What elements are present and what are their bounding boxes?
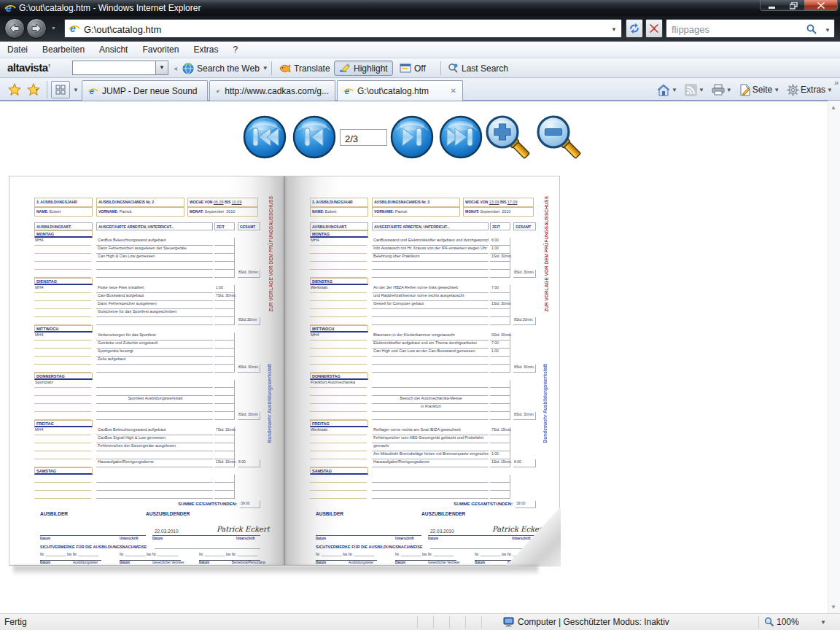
- unterschrift-sublabel: Unterschrift: [395, 537, 414, 540]
- cell-abt: [310, 365, 367, 373]
- extras-button[interactable]: Extras: [801, 85, 825, 95]
- tab-3[interactable]: eG:\out\catalog.htm✕: [337, 80, 463, 101]
- page-number-input[interactable]: [340, 129, 387, 146]
- quick-tabs-button[interactable]: [51, 81, 70, 98]
- search-the-web-button[interactable]: Search the Web▼: [182, 61, 268, 76]
- home-dropdown[interactable]: ▼: [672, 87, 677, 93]
- cell-gesamt: 8Std. 30min: [238, 412, 260, 420]
- cell-zeit: [490, 443, 510, 451]
- cell-arbeit: Sportgeräte besorgt: [96, 349, 213, 357]
- search-box[interactable]: flippages ▼: [666, 19, 835, 38]
- previous-page-button[interactable]: [292, 115, 336, 159]
- print-icon[interactable]: [712, 84, 725, 96]
- highlight-button[interactable]: Highlight: [334, 61, 393, 76]
- extras-dropdown[interactable]: ▼: [827, 87, 833, 93]
- next-page-button[interactable]: [390, 115, 434, 159]
- cell-arbeit: [372, 483, 489, 491]
- signature: Patrick Eckert: [217, 525, 270, 533]
- home-icon[interactable]: [657, 84, 670, 96]
- favorites-star-icon: [8, 83, 21, 96]
- last-search-button[interactable]: Last Search: [448, 61, 508, 76]
- signature: Patrick Eckert: [492, 525, 545, 533]
- cell-zeit: 1Std. 15min.: [214, 459, 235, 467]
- page-icon[interactable]: [739, 84, 751, 96]
- cell-abt: [34, 475, 91, 483]
- role-sublabel: Ausbildungsleiter: [73, 561, 98, 564]
- cell-abt: [310, 443, 367, 451]
- cell-arbeit: Vorbereitungen für das Sportfest:: [96, 332, 213, 341]
- nr-range: Nr. __________ bis Nr. __________: [316, 552, 374, 556]
- first-page-button[interactable]: [243, 115, 287, 159]
- day-label: DIENSTAG: [34, 278, 93, 285]
- rss-dropdown[interactable]: ▼: [699, 87, 704, 93]
- cell-arbeit: CanBus Signal High & Low gemessen: [96, 435, 213, 443]
- forward-button[interactable]: [26, 18, 47, 39]
- menu-item-ansicht[interactable]: Ansicht: [92, 42, 135, 55]
- scroll-up-arrow[interactable]: ▲: [831, 104, 838, 111]
- zoom-dropdown[interactable]: ▼: [820, 619, 826, 626]
- minimize-button[interactable]: [761, 0, 783, 11]
- close-button[interactable]: [804, 0, 837, 11]
- toolbar-overflow-chevron[interactable]: »: [834, 78, 839, 87]
- stop-button[interactable]: [645, 19, 663, 38]
- vertical-scrollbar[interactable]: ▲ ▼: [828, 101, 840, 613]
- rss-icon[interactable]: [685, 84, 697, 96]
- scroll-down-arrow[interactable]: ▼: [831, 604, 838, 610]
- zoom-out-button[interactable]: [535, 114, 586, 161]
- recent-pages-dropdown[interactable]: ▼: [51, 26, 56, 31]
- zoom-level[interactable]: 100%: [777, 617, 799, 627]
- tab-list-dropdown[interactable]: ▼: [71, 81, 81, 98]
- cell-abt: [34, 388, 91, 396]
- print-dropdown[interactable]: ▼: [726, 87, 732, 93]
- cell-arbeit: Reiflager vorne rechts am Seat IBIZA gew…: [372, 427, 489, 435]
- url-field[interactable]: e G:\out\catalog.htm ▼: [64, 19, 622, 38]
- menu-item-[interactable]: ?: [225, 42, 245, 55]
- cell-zeit: 1:00: [490, 451, 510, 459]
- cell-arbeit: Can High & Can Low gemessen: [96, 254, 213, 262]
- cell-arbeit: Fehlerspeicher vom ABS-Steuergerät gelös…: [372, 435, 489, 443]
- day-label: MONTAG: [310, 230, 368, 238]
- cell-abt: [34, 404, 91, 412]
- altavista-search-input[interactable]: ▼: [72, 61, 168, 75]
- seite-dropdown[interactable]: ▼: [774, 87, 779, 93]
- seite-button[interactable]: Seite: [752, 85, 772, 95]
- cell-abt: [34, 293, 91, 301]
- back-button[interactable]: [4, 18, 25, 39]
- favorites-button[interactable]: [6, 81, 23, 98]
- field-monat: MONAT: September 2010: [187, 207, 258, 217]
- altavista-search-dropdown[interactable]: ▼: [155, 61, 168, 74]
- cell-arbeit: Zelte aufgebaut: [96, 357, 213, 365]
- cell-zeit: [490, 396, 510, 404]
- tab-1[interactable]: eJUMP - Der neue Sound: [82, 80, 208, 101]
- cell-arbeit: [96, 262, 213, 270]
- search-icon[interactable]: [806, 24, 817, 34]
- zoom-in-button[interactable]: [484, 114, 535, 161]
- menu-item-favoriten[interactable]: Favoriten: [135, 42, 186, 55]
- menu-item-datei[interactable]: Datei: [0, 42, 35, 55]
- refresh-button[interactable]: [626, 19, 643, 38]
- cell-abt: [34, 396, 91, 404]
- cell-zeit: [214, 451, 235, 459]
- tab-close-icon[interactable]: ✕: [445, 87, 456, 95]
- cell-arbeit: in Frankfurt: [372, 404, 489, 412]
- cell-abt: [310, 357, 367, 365]
- flipbook[interactable]: 3. AUSBILDUNGSJAHRAUSBILDUNGSNACHWEIS Nr…: [9, 176, 560, 567]
- search-dropdown[interactable]: ▼: [825, 27, 831, 34]
- gear-icon[interactable]: [787, 84, 799, 96]
- menu-item-extras[interactable]: Extras: [186, 42, 225, 55]
- toolbar-grip: ◂: [174, 64, 177, 72]
- highlight-off-button[interactable]: Off: [400, 61, 426, 76]
- datum-sublabel: Datum: [40, 537, 50, 540]
- restore-button[interactable]: [783, 0, 804, 11]
- last-page-button[interactable]: [439, 115, 483, 159]
- translate-button[interactable]: Translate: [279, 61, 330, 76]
- menu-item-bearbeiten[interactable]: Bearbeiten: [35, 42, 92, 55]
- cell-abt: [34, 443, 91, 451]
- nr-range: Nr. __________ bis Nr. __________: [199, 552, 257, 556]
- url-dropdown[interactable]: ▼: [611, 26, 617, 33]
- col-header-zeit: ZEIT: [214, 222, 235, 230]
- globe-icon: [182, 63, 194, 74]
- cell-zeit: 7:00: [490, 341, 510, 349]
- tab-2[interactable]: ehttp://www.cadkas.com/g...: [209, 80, 335, 101]
- add-favorite-button[interactable]: [25, 81, 42, 98]
